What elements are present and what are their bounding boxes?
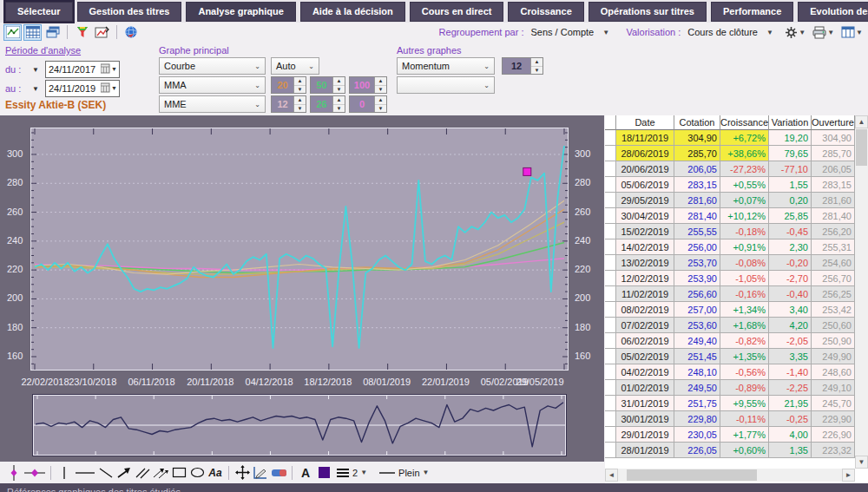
eraser-tool-icon[interactable] — [270, 464, 287, 482]
table-row[interactable]: 20/06/2019206,05-27,23%-77,10206,05 — [605, 161, 855, 177]
tab-analyse-graphique[interactable]: Analyse graphique — [186, 2, 295, 22]
mme-select[interactable]: MME⌄ — [159, 95, 266, 113]
date-to-preset-dropdown[interactable]: ▼ — [30, 85, 42, 93]
scroll-up-icon[interactable]: ▲ — [855, 115, 868, 128]
table-row[interactable]: 01/02/2019249,50-0,89%-2,25249,10 — [605, 380, 855, 396]
date-to-field[interactable]: 24/11/2019 ▼ — [45, 80, 120, 97]
column-header[interactable]: Croissance — [720, 115, 769, 130]
table-row[interactable]: 29/05/2019281,60+0,07%0,20281,60 — [605, 193, 855, 208]
move-tool-icon[interactable] — [233, 464, 251, 482]
tab-performance[interactable]: Performance — [711, 2, 793, 22]
table-vertical-scrollbar[interactable]: ▲ ▼ — [855, 115, 868, 469]
mme-period-1-spinner[interactable]: 12▲▼ — [271, 95, 306, 113]
table-row[interactable]: 12/02/2019253,90-1,05%-2,70256,70 — [605, 271, 855, 286]
color-swatch[interactable] — [315, 464, 332, 482]
other-graph-select-2[interactable]: ⌄ — [397, 76, 495, 94]
calendar-icon[interactable]: ▼ — [101, 82, 116, 95]
diagonal-line-tool-icon[interactable] — [97, 464, 115, 482]
columns-button[interactable]: ▼ — [839, 25, 865, 39]
table-row[interactable]: 06/02/2019249,40-0,82%-2,05250,90 — [605, 333, 855, 349]
grouping-select[interactable]: Sens / Compte▼ — [527, 25, 622, 39]
parallel-lines-tool-icon[interactable] — [134, 464, 151, 482]
table-row[interactable]: 08/02/2019257,00+1,34%3,40253,42 — [605, 302, 855, 318]
vertical-line-tool-icon[interactable] — [56, 464, 73, 482]
valuation-select[interactable]: Cours de clôture▼ — [684, 25, 779, 39]
arrow-tool-icon[interactable] — [115, 464, 133, 482]
spin-up-icon[interactable]: ▲ — [333, 77, 345, 86]
table-row[interactable]: 28/06/2019285,70+38,66%79,65285,70 — [605, 146, 855, 161]
table-row[interactable]: 07/02/2019253,60+1,68%4,20250,60 — [605, 318, 855, 333]
font-tool-icon[interactable]: A — [297, 464, 314, 482]
settings-gear-button[interactable]: ▼ — [783, 25, 807, 40]
mma-period-2-spinner[interactable]: 50▲▼ — [310, 76, 345, 94]
spin-up-icon[interactable]: ▲ — [294, 77, 306, 86]
scroll-left-icon[interactable]: ◄ — [605, 469, 618, 482]
date-from-field[interactable]: 24/11/2017 ▼ — [45, 61, 120, 78]
spin-up-icon[interactable]: ▲ — [333, 96, 345, 105]
other-graph-select[interactable]: Momentum⌄ — [397, 57, 495, 75]
table-view-icon[interactable] — [23, 24, 42, 41]
spin-down-icon[interactable]: ▼ — [333, 105, 345, 113]
momentum-chart[interactable] — [33, 395, 566, 456]
filter-icon[interactable] — [73, 24, 91, 41]
scale-mode-select[interactable]: Auto⌄ — [271, 57, 319, 75]
curve-type-select[interactable]: Courbe⌄ — [159, 57, 266, 75]
tab-cours-en-direct[interactable]: Cours en direct — [410, 2, 504, 22]
column-header[interactable] — [605, 115, 616, 130]
horizontal-cursor-tool-icon[interactable] — [23, 464, 46, 482]
spin-up-icon[interactable]: ▲ — [375, 77, 386, 86]
scrollbar-thumb[interactable] — [627, 469, 757, 481]
momentum-period-spinner[interactable]: 12▲▼ — [502, 57, 543, 75]
mma-period-3-spinner[interactable]: 100▲▼ — [349, 76, 387, 94]
table-row[interactable]: 04/02/2019248,10-0,56%-1,40248,60 — [605, 364, 855, 380]
tab-operations-sur-titres[interactable]: Opérations sur titres — [589, 2, 707, 22]
table-row[interactable]: 31/01/2019251,75+9,55%21,95245,70 — [605, 396, 855, 411]
table-horizontal-scrollbar[interactable]: ◄ ► — [605, 469, 855, 482]
line-width-select[interactable]: 2▼ — [333, 468, 370, 478]
table-row[interactable]: 29/01/2019230,05+1,77%4,00226,90 — [605, 427, 855, 443]
tab-gestion-des-titres[interactable]: Gestion des titres — [77, 2, 182, 22]
edit-curve-tool-icon[interactable] — [252, 464, 269, 482]
tab-evolution-des-gains[interactable]: Evolution des gains — [798, 2, 868, 22]
spin-down-icon[interactable]: ▼ — [294, 86, 306, 94]
table-row[interactable]: 13/02/2019253,70-0,08%-0,20254,60 — [605, 255, 855, 271]
column-header[interactable]: Cotation — [674, 115, 720, 130]
vertical-cursor-tool-icon[interactable] — [5, 464, 23, 482]
scrollbar-thumb[interactable] — [856, 129, 867, 166]
scroll-down-icon[interactable]: ▼ — [855, 456, 868, 469]
spin-down-icon[interactable]: ▼ — [375, 86, 386, 94]
table-row[interactable]: 11/02/2019256,60-0,16%-0,40256,25 — [605, 286, 855, 302]
tab-croissance[interactable]: Croissance — [508, 2, 583, 22]
mme-period-3-spinner[interactable]: 0▲▼ — [349, 95, 387, 113]
web-globe-icon[interactable] — [122, 24, 141, 41]
scroll-right-icon[interactable]: ► — [842, 469, 855, 482]
spin-up-icon[interactable]: ▲ — [531, 58, 542, 67]
rectangle-tool-icon[interactable] — [170, 464, 187, 482]
main-price-chart[interactable] — [30, 128, 569, 371]
chart-view-icon[interactable] — [3, 24, 22, 41]
mma-period-1-spinner[interactable]: 20▲▼ — [271, 76, 306, 94]
date-from-preset-dropdown[interactable]: ▼ — [30, 66, 42, 74]
tab-selecteur[interactable]: Sélecteur — [5, 2, 73, 22]
column-header[interactable]: Ouverture — [812, 115, 855, 130]
table-row[interactable]: 05/02/2019251,45+1,35%3,35249,90 — [605, 349, 855, 364]
table-row[interactable]: 14/02/2019256,00+0,91%2,30255,31 — [605, 239, 855, 255]
table-row[interactable]: 30/04/2019281,40+10,12%25,85281,40 — [605, 208, 855, 224]
spin-up-icon[interactable]: ▲ — [375, 96, 386, 105]
table-row[interactable]: 15/02/2019255,55-0,18%-0,45256,20 — [605, 224, 855, 239]
spin-down-icon[interactable]: ▼ — [294, 105, 306, 113]
table-row[interactable]: 18/11/2019304,90+6,72%19,20304,90 — [605, 130, 855, 146]
line-style-select[interactable]: Plein▼ — [376, 468, 431, 478]
table-row[interactable]: 28/01/2019226,05+0,60%1,35223,32 — [605, 443, 855, 458]
calendar-icon[interactable]: ▼ — [101, 63, 116, 75]
ellipse-tool-icon[interactable] — [188, 464, 206, 482]
table-row[interactable]: 30/01/2019229,80-0,11%-0,25229,90 — [605, 411, 855, 427]
table-row[interactable]: 05/06/2019283,15+0,55%1,55283,15 — [605, 177, 855, 193]
spin-down-icon[interactable]: ▼ — [333, 86, 345, 94]
cascade-windows-icon[interactable] — [43, 24, 62, 41]
mme-period-2-spinner[interactable]: 26▲▼ — [310, 95, 345, 113]
tab-aide-a-la-decision[interactable]: Aide à la décision — [300, 2, 405, 22]
text-tool-icon[interactable]: Aa — [207, 464, 224, 482]
spin-down-icon[interactable]: ▼ — [531, 67, 542, 75]
spin-down-icon[interactable]: ▼ — [375, 105, 386, 113]
